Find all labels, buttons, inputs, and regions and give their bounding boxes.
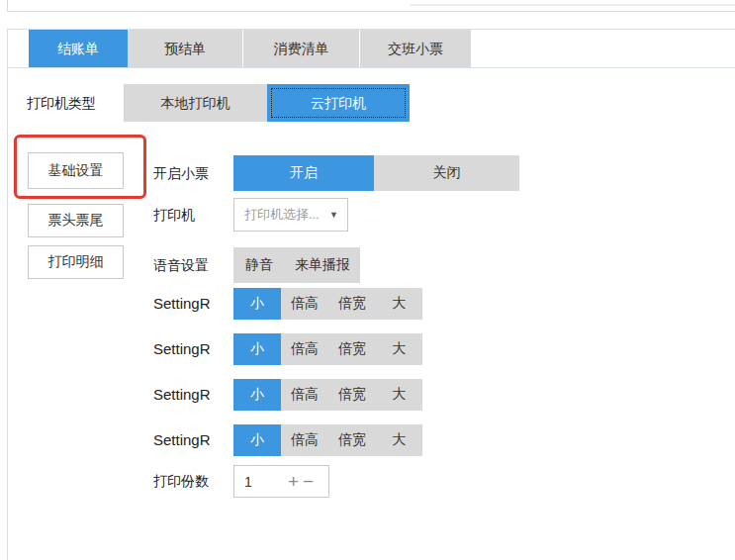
tab-settlement-receipt[interactable]: 结账单	[29, 30, 128, 67]
top-divider-line	[7, 11, 735, 12]
size-row-1-option-large[interactable]: 大	[376, 288, 422, 320]
voice-option-announce[interactable]: 来单播报	[285, 247, 360, 283]
copies-label: 打印份数	[153, 465, 209, 498]
sidebar-item-print-detail-label: 打印明细	[48, 253, 104, 271]
copies-stepper: + −	[233, 465, 329, 498]
size-row-4-option-double-width[interactable]: 倍宽	[328, 424, 376, 456]
printer-select-placeholder: 打印机选择...	[234, 206, 329, 224]
size-row-1-group: 小 倍高 倍宽 大	[233, 288, 422, 320]
sidebar-item-ticket-header-footer-label: 票头票尾	[48, 212, 104, 230]
size-row-4-label: SettingR	[153, 424, 211, 456]
size-row-3-label: SettingR	[153, 379, 211, 411]
voice-settings-group: 静音 来单播报	[233, 247, 360, 283]
size-row-1-option-double-width[interactable]: 倍宽	[328, 288, 376, 320]
sidebar-item-ticket-header-footer[interactable]: 票头票尾	[28, 204, 124, 237]
sidebar-item-print-detail[interactable]: 打印明细	[28, 245, 124, 279]
size-row-2-option-large[interactable]: 大	[376, 333, 422, 365]
tab-consumption-list[interactable]: 消费清单	[243, 30, 360, 67]
size-row-2-label: SettingR	[153, 333, 211, 365]
receipt-toggle-on-button[interactable]: 开启	[233, 155, 374, 191]
receipt-toggle-off-button[interactable]: 关闭	[374, 155, 519, 191]
receipt-toggle: 开启 关闭	[233, 155, 519, 191]
size-row-2-option-small[interactable]: 小	[233, 333, 281, 365]
size-row-1-label: SettingR	[153, 288, 211, 320]
top-left-border-line	[7, 0, 8, 11]
top-faint-line	[411, 4, 735, 6]
size-row-2-group: 小 倍高 倍宽 大	[233, 333, 422, 365]
chevron-down-icon: ▼	[329, 210, 347, 220]
size-row-3-option-small[interactable]: 小	[233, 379, 281, 411]
size-row-3-group: 小 倍高 倍宽 大	[233, 379, 422, 411]
size-row-4-option-double-height[interactable]: 倍高	[281, 424, 328, 456]
copies-input[interactable]	[234, 473, 280, 491]
voice-option-mute[interactable]: 静音	[233, 247, 285, 283]
printer-select[interactable]: 打印机选择... ▼	[233, 198, 348, 232]
size-row-3-option-large[interactable]: 大	[376, 379, 422, 411]
size-row-1-option-double-height[interactable]: 倍高	[281, 288, 328, 320]
minus-icon[interactable]: −	[303, 472, 314, 491]
size-row-2-option-double-width[interactable]: 倍宽	[328, 333, 376, 365]
sidebar-item-basic-settings-label: 基础设置	[48, 162, 104, 180]
size-row-3-option-double-width[interactable]: 倍宽	[328, 379, 376, 411]
size-row-3-option-double-height[interactable]: 倍高	[281, 379, 328, 411]
printer-type-cloud-button[interactable]: 云打印机	[267, 84, 410, 122]
tab-shift-ticket[interactable]: 交班小票	[360, 30, 471, 67]
sidebar-item-basic-settings[interactable]: 基础设置	[28, 152, 124, 189]
receipt-toggle-label: 开启小票	[153, 155, 209, 191]
size-row-4-option-small[interactable]: 小	[233, 424, 281, 456]
printer-type-label: 打印机类型	[27, 84, 96, 122]
size-row-1-option-small[interactable]: 小	[233, 288, 281, 320]
printer-type-local-button[interactable]: 本地打印机	[124, 84, 267, 122]
voice-settings-label: 语音设置	[153, 247, 209, 283]
printer-settings-screen: 结账单 预结单 消费清单 交班小票 打印机类型 本地打印机 云打印机 基础设置 …	[0, 0, 735, 560]
tab-underline	[8, 67, 735, 68]
plus-icon[interactable]: +	[288, 472, 299, 491]
printer-select-label: 打印机	[153, 198, 195, 232]
tab-pre-settlement[interactable]: 预结单	[128, 30, 243, 67]
size-row-4-group: 小 倍高 倍宽 大	[233, 424, 422, 456]
size-row-2-option-double-height[interactable]: 倍高	[281, 333, 328, 365]
size-row-4-option-large[interactable]: 大	[376, 424, 422, 456]
